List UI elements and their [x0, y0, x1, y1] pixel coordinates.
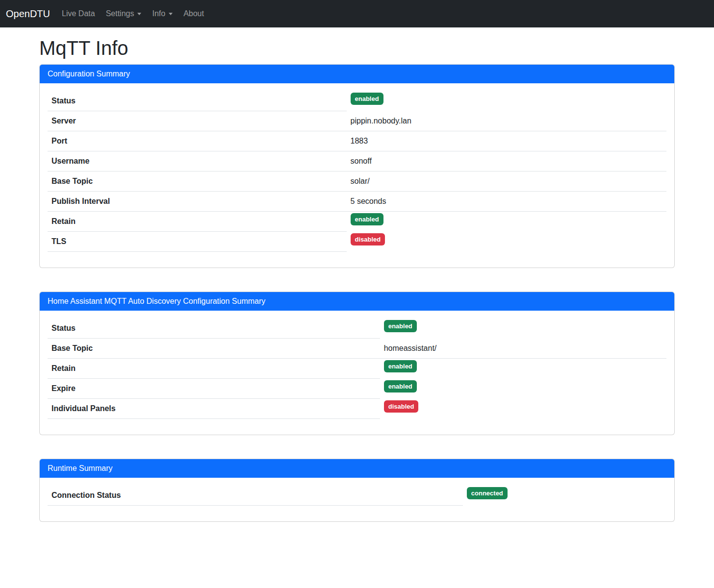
row-value: enabled — [347, 91, 666, 111]
row-label: Connection Status — [48, 486, 463, 506]
table-row: Server pippin.nobody.lan — [48, 111, 666, 131]
status-badge: enabled — [351, 213, 383, 225]
card-header: Runtime Summary — [40, 459, 674, 478]
row-label: Port — [48, 131, 347, 151]
row-label: Base Topic — [48, 172, 347, 192]
row-label: Server — [48, 111, 347, 131]
row-label: TLS — [48, 232, 347, 252]
nav-item-label: Info — [152, 9, 165, 18]
row-label: Publish Interval — [48, 192, 347, 212]
nav-item-info[interactable]: Info — [148, 5, 177, 22]
row-label: Individual Panels — [48, 399, 380, 419]
row-value: enabled — [380, 318, 666, 339]
row-value: enabled — [380, 379, 666, 399]
caret-down-icon — [137, 13, 141, 15]
status-badge: enabled — [384, 360, 417, 372]
table-row: Connection Status connected — [48, 486, 666, 506]
summary-table: Status enabled Server pippin.nobody.lan … — [48, 91, 666, 252]
card: Home Assistant MQTT Auto Discovery Confi… — [39, 292, 675, 435]
table-row: Expire enabled — [48, 379, 666, 399]
nav-item-label: Settings — [106, 9, 134, 18]
nav-item-label: About — [183, 9, 204, 18]
nav-item-label: Live Data — [62, 9, 95, 18]
row-value: solar/ — [347, 172, 666, 192]
row-label: Retain — [48, 359, 380, 379]
row-label: Base Topic — [48, 339, 380, 359]
nav-item-settings[interactable]: Settings — [102, 5, 146, 22]
row-label: Expire — [48, 379, 380, 399]
page: OpenDTU Live Data Settings Info — [0, 0, 714, 588]
main-nav: Live Data Settings Info About — [58, 5, 211, 22]
card: Configuration Summary Status enabled Ser… — [39, 64, 675, 268]
table-row: Individual Panels disabled — [48, 399, 666, 419]
navbar-brand[interactable]: OpenDTU — [6, 0, 50, 27]
row-value: disabled — [380, 399, 666, 419]
status-badge: enabled — [384, 320, 417, 332]
card: Runtime Summary Connection Status connec… — [39, 459, 675, 522]
row-value: sonoff — [347, 151, 666, 172]
card-body: Connection Status connected — [40, 478, 674, 521]
bottom-spacer — [39, 522, 675, 586]
nav-item-live-data[interactable]: Live Data — [58, 5, 99, 22]
table-row: Retain enabled — [48, 359, 666, 379]
card-header: Home Assistant MQTT Auto Discovery Confi… — [40, 292, 674, 311]
table-row: Status enabled — [48, 318, 666, 339]
row-value: 5 seconds — [347, 192, 666, 212]
page-title: MqTT Info — [39, 37, 675, 59]
row-label: Status — [48, 91, 347, 111]
status-badge: disabled — [384, 400, 419, 413]
table-row: Username sonoff — [48, 151, 666, 172]
cards-container: Configuration Summary Status enabled Ser… — [39, 64, 675, 522]
row-label: Status — [48, 318, 380, 339]
table-row: Publish Interval 5 seconds — [48, 192, 666, 212]
row-value: 1883 — [347, 131, 666, 151]
row-value: disabled — [347, 232, 666, 252]
main-content: MqTT Info Configuration Summary Status e… — [33, 37, 681, 586]
card-body: Status enabled Server pippin.nobody.lan … — [40, 83, 674, 268]
table-row: Retain enabled — [48, 212, 666, 232]
row-label: Retain — [48, 212, 347, 232]
table-row: Status enabled — [48, 91, 666, 111]
row-value: connected — [463, 486, 666, 506]
row-label: Username — [48, 151, 347, 172]
card-body: Status enabled Base Topic homeassistant/… — [40, 311, 674, 435]
status-badge: enabled — [351, 93, 383, 105]
caret-down-icon — [169, 13, 173, 15]
row-value: homeassistant/ — [380, 339, 666, 359]
summary-table: Connection Status connected — [48, 486, 666, 506]
nav-item-about[interactable]: About — [179, 5, 208, 22]
table-row: TLS disabled — [48, 232, 666, 252]
status-badge: enabled — [384, 380, 417, 392]
card-header: Configuration Summary — [40, 65, 674, 83]
top-navbar: OpenDTU Live Data Settings Info — [0, 0, 714, 27]
row-value: enabled — [347, 212, 666, 232]
status-badge: disabled — [351, 233, 385, 245]
table-row: Base Topic homeassistant/ — [48, 339, 666, 359]
row-value: pippin.nobody.lan — [347, 111, 666, 131]
summary-table: Status enabled Base Topic homeassistant/… — [48, 318, 666, 419]
status-badge: connected — [467, 487, 508, 499]
row-value: enabled — [380, 359, 666, 379]
table-row: Port 1883 — [48, 131, 666, 151]
table-row: Base Topic solar/ — [48, 172, 666, 192]
